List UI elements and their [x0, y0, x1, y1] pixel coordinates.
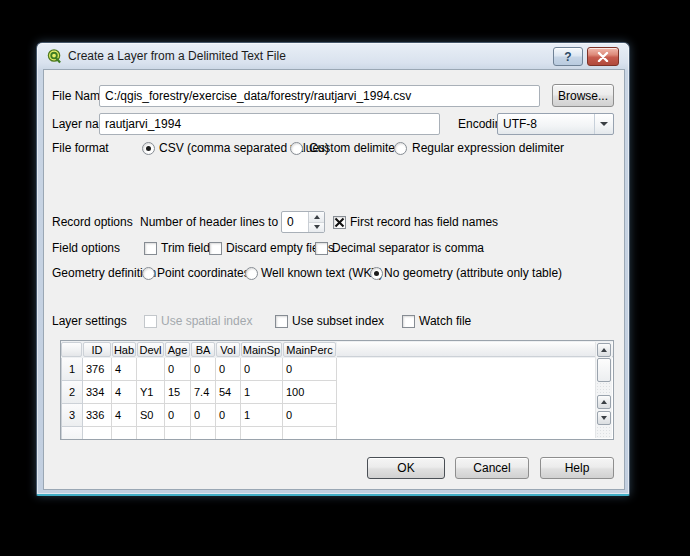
table-column-header[interactable]: Hab: [112, 342, 136, 357]
scroll-up-button[interactable]: [597, 343, 611, 357]
header-lines-spinner[interactable]: 0: [281, 211, 325, 233]
table-cell: 0: [216, 358, 241, 381]
radio-point-coordinates[interactable]: [142, 267, 155, 280]
browse-button[interactable]: Browse...: [552, 84, 614, 107]
table-cell: 0: [191, 358, 216, 381]
radio-no-geometry[interactable]: [370, 267, 383, 280]
vertical-scrollbar[interactable]: [595, 342, 612, 438]
table-corner-header[interactable]: [61, 342, 82, 357]
table-column-header[interactable]: Vol: [216, 342, 240, 357]
table-column-header[interactable]: MainPerc: [283, 342, 336, 357]
titlebar[interactable]: Create a Layer from a Delimited Text Fil…: [37, 43, 629, 69]
chevron-down-icon: [594, 114, 613, 134]
layer-settings-label: Layer settings: [52, 314, 127, 328]
geometry-definition-label: Geometry definition: [52, 266, 156, 280]
decimal-separator-checkbox[interactable]: [315, 242, 328, 255]
table-column-header[interactable]: MainSp: [241, 342, 282, 357]
table-cell: Y1: [137, 381, 165, 404]
table-cell: 0: [283, 404, 337, 427]
radio-csv[interactable]: [142, 142, 155, 155]
radio-regexp-delimiter-label[interactable]: Regular expression delimiter: [412, 141, 564, 155]
encoding-select[interactable]: UTF-8: [497, 113, 614, 135]
scrollbar-track[interactable]: [596, 382, 612, 394]
qgis-logo-icon: [47, 49, 62, 64]
table-row: 23344Y1157.4541100: [61, 381, 613, 404]
table-cell: [216, 427, 241, 440]
table-cell: 4: [112, 358, 137, 381]
table-header-row: IDHabDevlAgeBAVolMainSpMainPerc: [61, 341, 613, 358]
record-options-label: Record options: [52, 215, 133, 229]
csv-preview-table: IDHabDevlAgeBAVolMainSpMainPerc 13764000…: [60, 340, 614, 440]
table-row-header: 3: [61, 404, 83, 427]
radio-no-geometry-label[interactable]: No geometry (attribute only table): [384, 266, 562, 280]
table-row: 33364S000010: [61, 404, 613, 427]
discard-empty-fields-checkbox[interactable]: [209, 242, 222, 255]
radio-custom-delimiters-label[interactable]: Custom delimiters: [309, 141, 405, 155]
table-column-header[interactable]: Age: [165, 342, 190, 357]
watch-file-label[interactable]: Watch file: [419, 314, 471, 328]
spinner-up-button[interactable]: [309, 212, 324, 222]
table-row: [61, 427, 613, 440]
table-cell: 4: [112, 381, 137, 404]
spinner-down-button[interactable]: [309, 222, 324, 233]
table-cell: [283, 427, 337, 440]
table-row-header: 1: [61, 358, 83, 381]
table-cell: 0: [241, 358, 283, 381]
table-row: 1376400000: [61, 358, 613, 381]
table-cell: 0: [165, 358, 191, 381]
create-delimited-layer-dialog: Create a Layer from a Delimited Text Fil…: [36, 42, 630, 496]
ok-button[interactable]: OK: [367, 457, 445, 479]
encoding-selected-value: UTF-8: [498, 114, 594, 134]
titlebar-close-button[interactable]: [587, 47, 619, 66]
table-cell: [165, 427, 191, 440]
table-cell: S0: [137, 404, 165, 427]
help-button[interactable]: Help: [540, 457, 614, 479]
radio-csv-label[interactable]: CSV (comma separated values): [159, 141, 329, 155]
trim-fields-checkbox[interactable]: [144, 242, 157, 255]
table-cell: 4: [112, 404, 137, 427]
dialog-title: Create a Layer from a Delimited Text Fil…: [68, 49, 286, 63]
table-cell: 1: [241, 381, 283, 404]
decimal-separator-label[interactable]: Decimal separator is comma: [332, 241, 484, 255]
cancel-button[interactable]: Cancel: [455, 457, 529, 479]
table-column-header[interactable]: Devl: [137, 342, 164, 357]
first-record-checkbox-label[interactable]: First record has field names: [350, 215, 498, 229]
table-cell: 15: [165, 381, 191, 404]
radio-point-coordinates-label[interactable]: Point coordinates: [157, 266, 250, 280]
table-column-header[interactable]: BA: [191, 342, 215, 357]
first-record-checkbox[interactable]: [333, 216, 346, 229]
titlebar-help-button[interactable]: ?: [553, 47, 583, 66]
table-header-filler: [337, 342, 613, 357]
radio-wkt-label[interactable]: Well known text (WKT): [261, 266, 383, 280]
use-subset-index-label[interactable]: Use subset index: [292, 314, 384, 328]
use-subset-index-checkbox[interactable]: [275, 315, 288, 328]
layer-name-input[interactable]: [99, 113, 440, 135]
table-row-header: [61, 427, 83, 440]
table-body: 137640000023344Y1157.454110033364S000010: [61, 358, 613, 440]
trim-fields-label[interactable]: Trim fields: [161, 241, 216, 255]
use-spatial-index-label: Use spatial index: [161, 314, 252, 328]
radio-custom-delimiters[interactable]: [290, 142, 303, 155]
table-cell: [137, 427, 165, 440]
table-cell: 54: [216, 381, 241, 404]
header-lines-value: 0: [282, 212, 308, 232]
scroll-down-button[interactable]: [597, 411, 611, 425]
table-row-header: 2: [61, 381, 83, 404]
watch-file-checkbox[interactable]: [402, 315, 415, 328]
table-cell: [112, 427, 137, 440]
dialog-body: File Name Browse... Layer name Encoding …: [43, 69, 625, 490]
table-cell: [241, 427, 283, 440]
scroll-up-button-bottom[interactable]: [597, 395, 611, 409]
table-cell: 376: [83, 358, 112, 381]
scrollbar-thumb[interactable]: [597, 358, 611, 382]
checkmark-x-icon: [334, 217, 345, 228]
table-cell: 7.4: [191, 381, 216, 404]
table-column-header[interactable]: ID: [83, 342, 111, 357]
table-cell: [137, 358, 165, 381]
file-format-label: File format: [52, 141, 109, 155]
scrollbar-track-bottom[interactable]: [596, 426, 612, 438]
radio-regexp-delimiter[interactable]: [394, 142, 407, 155]
file-name-input[interactable]: [99, 85, 540, 107]
radio-wkt[interactable]: [245, 267, 258, 280]
table-cell: 100: [283, 381, 337, 404]
